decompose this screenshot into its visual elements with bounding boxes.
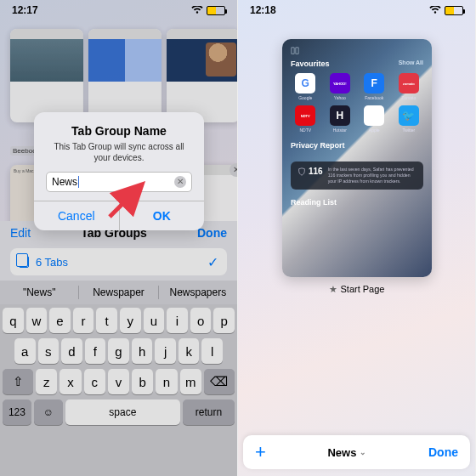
favourite-zomato[interactable]: zomatoZomato (394, 73, 424, 100)
card-topbar (291, 46, 423, 56)
favourite-icon: zomato (399, 73, 419, 94)
done-button[interactable]: Done (428, 445, 458, 459)
favourite-label: Twitter (402, 128, 415, 133)
privacy-report-card[interactable]: 116 In the last seven days, Safari has p… (291, 162, 423, 190)
favourite-ndtv[interactable]: NDTVNDTV (291, 105, 320, 133)
privacy-report-label: Privacy Report (291, 141, 345, 150)
favourite-yahoo[interactable]: YAHOO!Yahoo (326, 73, 355, 100)
battery-icon (445, 6, 463, 15)
reading-list-label: Reading List (291, 198, 423, 207)
favourite-label: Yahoo (334, 95, 346, 100)
tab-group-selector[interactable]: News ⌄ (327, 446, 366, 459)
favourites-label: Favourites (291, 60, 330, 68)
show-all-link[interactable]: Show All (399, 60, 423, 68)
tab-group-name-alert: Tab Group Name This Tab Group will sync … (34, 112, 204, 230)
wifi-icon (429, 6, 441, 14)
status-bar: 12:18 (238, 0, 475, 20)
phone-left: 12:17 Beeboc s, Fina... Buy a Mac or iPa… (0, 0, 238, 476)
phone-right: 12:18 Favourites Show All GGoogleYAHOO!Y… (238, 0, 476, 476)
status-time: 12:18 (250, 4, 276, 16)
cancel-button[interactable]: Cancel (34, 201, 119, 230)
favourite-label: Zomato (401, 95, 416, 100)
ok-button[interactable]: OK (119, 201, 205, 230)
tracker-count: 116 (309, 167, 323, 176)
book-icon (291, 47, 299, 55)
favourite-label: Facebook (365, 95, 383, 100)
favourite-icon: NDTV (295, 105, 315, 126)
shield-icon (298, 167, 306, 176)
chevron-down-icon: ⌄ (360, 448, 366, 456)
status-icons (429, 6, 463, 15)
status-time: 12:17 (12, 4, 38, 16)
favourite-icon: YAHOO! (330, 73, 350, 94)
favourite-icon (364, 105, 384, 126)
battery-icon (207, 6, 225, 15)
status-icons (191, 6, 225, 15)
favourite-label: Hotstar (333, 128, 347, 133)
privacy-text: In the last seven days, Safari has preve… (328, 167, 416, 184)
favourite-apple[interactable]: Apple (360, 105, 389, 133)
favourite-icon: H (330, 105, 350, 126)
favourite-label: Google (298, 95, 312, 100)
wifi-icon (191, 6, 203, 14)
new-tab-button[interactable]: + (255, 441, 266, 463)
favourite-label: Apple (369, 128, 380, 133)
favourite-icon: 🐦 (399, 105, 419, 126)
favourite-icon: G (295, 73, 315, 94)
alert-title: Tab Group Name (46, 124, 192, 138)
start-page-card[interactable]: Favourites Show All GGoogleYAHOO!YahooFF… (282, 39, 432, 277)
input-value: News (52, 176, 77, 188)
bottom-toolbar: + News ⌄ Done (243, 435, 470, 469)
favourite-facebook[interactable]: FFacebook (360, 73, 389, 100)
star-icon: ★ (329, 284, 337, 294)
modal-dim (0, 0, 237, 476)
tab-group-name: News (327, 446, 356, 459)
favourite-google[interactable]: GGoogle (291, 73, 320, 100)
start-page-label: ★Start Page (238, 284, 475, 295)
favourite-twitter[interactable]: 🐦Twitter (394, 105, 424, 133)
favourite-icon: F (364, 73, 384, 94)
tab-group-name-input[interactable]: News ✕ (46, 172, 192, 192)
text-cursor (78, 176, 79, 188)
favourite-label: NDTV (299, 128, 311, 133)
alert-message: This Tab Group will sync across all your… (46, 141, 192, 163)
favourite-hotstar[interactable]: HHotstar (326, 105, 355, 133)
status-bar: 12:17 (0, 0, 237, 20)
clear-input-icon[interactable]: ✕ (174, 176, 186, 188)
